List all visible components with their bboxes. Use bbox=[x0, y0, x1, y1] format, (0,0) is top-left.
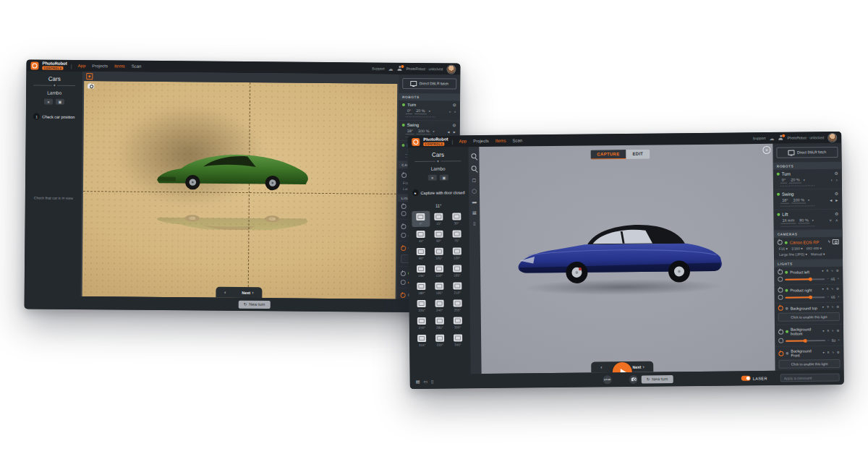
capture-thumbnail[interactable]: 15° bbox=[430, 211, 448, 227]
jog-icon[interactable]: › bbox=[835, 178, 838, 182]
brightness-slider[interactable]: −65+ bbox=[778, 294, 840, 300]
decrease-icon[interactable]: − bbox=[827, 295, 829, 299]
capture-thumbnail[interactable]: 30° bbox=[448, 210, 466, 226]
direct-dslr-fetch-button[interactable]: Direct DSLR fetch bbox=[402, 78, 456, 90]
axis-speed[interactable]: 80 % bbox=[798, 218, 810, 224]
power-icon[interactable] bbox=[401, 172, 407, 177]
capture-thumbnail[interactable]: 345° bbox=[448, 332, 467, 348]
enable-light-button[interactable]: Click to enable this light bbox=[778, 359, 840, 369]
shutter-setting[interactable]: 1/160 ▾ bbox=[791, 247, 803, 250]
avatar[interactable] bbox=[827, 132, 837, 142]
flash-icon[interactable]: ϟ bbox=[832, 330, 834, 333]
capture-thumbnail[interactable]: 255° bbox=[448, 297, 467, 313]
slider-knob[interactable] bbox=[809, 277, 812, 280]
nav-app[interactable]: App bbox=[459, 139, 467, 143]
power-icon[interactable] bbox=[401, 292, 406, 297]
user-notifications-icon[interactable] bbox=[778, 135, 783, 141]
slider-knob[interactable] bbox=[809, 295, 813, 299]
comment-input[interactable] bbox=[780, 373, 840, 382]
chevron-down-icon[interactable]: ▾ bbox=[822, 306, 824, 309]
direct-dslr-fetch-button[interactable]: Direct DSLR fetch bbox=[776, 147, 838, 158]
close-icon[interactable]: × bbox=[762, 146, 770, 154]
power-icon[interactable] bbox=[778, 240, 783, 245]
power-icon[interactable] bbox=[401, 204, 407, 209]
cloud-icon[interactable]: ☁ bbox=[388, 66, 393, 71]
nav-projects[interactable]: Projects bbox=[92, 64, 108, 68]
play-capture-button[interactable] bbox=[613, 362, 632, 374]
capture-thumbnail[interactable]: 240° bbox=[430, 298, 448, 314]
gear-icon[interactable]: ⚙ bbox=[836, 351, 840, 355]
capture-thumbnail[interactable]: 0° bbox=[412, 211, 430, 227]
zoom-out-icon[interactable] bbox=[471, 166, 477, 171]
cloud-icon[interactable]: ☁ bbox=[769, 135, 774, 140]
collection-title[interactable]: Cars bbox=[407, 151, 468, 158]
menu-icon[interactable]: ≡ bbox=[827, 330, 830, 333]
camera-icon[interactable] bbox=[833, 239, 839, 244]
jog-icon[interactable]: ˄ bbox=[835, 218, 839, 223]
axis-value[interactable]: 18° bbox=[780, 198, 789, 204]
power-icon[interactable] bbox=[401, 223, 406, 228]
gear-icon[interactable]: ⚙ bbox=[835, 270, 839, 273]
power-icon[interactable] bbox=[401, 245, 406, 250]
phone-icon[interactable]: ▯ bbox=[431, 380, 433, 384]
power-icon[interactable] bbox=[778, 270, 783, 275]
nav-app[interactable]: App bbox=[78, 64, 86, 68]
camera-overlay-icon[interactable] bbox=[88, 84, 94, 88]
gear-icon[interactable]: ⚙ bbox=[835, 212, 838, 216]
fit-view-icon[interactable]: ▢ bbox=[472, 178, 476, 182]
menu-icon[interactable]: ≡ bbox=[826, 270, 829, 273]
camera-view-icon[interactable]: ▣ bbox=[56, 99, 64, 105]
photorobot-logo-icon[interactable] bbox=[412, 137, 420, 145]
list-view-icon[interactable]: ≡ bbox=[44, 99, 53, 105]
slider-knob[interactable] bbox=[804, 338, 807, 342]
capture-thumbnail[interactable]: 285° bbox=[430, 315, 448, 331]
increase-icon[interactable]: + bbox=[838, 338, 840, 342]
gear-icon[interactable]: ⚙ bbox=[836, 306, 840, 309]
flash-icon[interactable]: ϟ bbox=[831, 306, 833, 309]
quality-setting[interactable]: Large fine (JPG) ▾ bbox=[779, 252, 807, 256]
user-notifications-icon[interactable] bbox=[397, 66, 403, 72]
gear-icon[interactable]: ⚙ bbox=[836, 330, 840, 333]
chevron-down-icon[interactable]: ▾ bbox=[822, 288, 824, 291]
capture-thumbnail[interactable]: 315° bbox=[413, 333, 431, 348]
brightness-slider[interactable]: −50+ bbox=[778, 338, 840, 343]
next-button[interactable]: Next › bbox=[632, 364, 644, 369]
nav-projects[interactable]: Projects bbox=[473, 139, 489, 143]
check-car-position-button[interactable]: 1 Check car position bbox=[26, 113, 82, 120]
chevron-down-icon[interactable]: ▾ bbox=[822, 270, 824, 273]
capture-thumbnail[interactable]: 165° bbox=[448, 262, 466, 278]
axis-speed[interactable]: 20 % bbox=[789, 178, 801, 184]
nav-scan[interactable]: Scan bbox=[512, 138, 522, 142]
camera-name[interactable]: Canon EOS RP bbox=[790, 240, 820, 244]
nav-scan[interactable]: Scan bbox=[132, 64, 142, 69]
zoom-in-icon[interactable] bbox=[471, 153, 477, 159]
chevron-down-icon[interactable]: ▾ bbox=[435, 160, 441, 163]
power-icon[interactable] bbox=[778, 351, 783, 356]
camera-view-icon[interactable]: ▣ bbox=[440, 175, 448, 181]
iso-setting[interactable]: ISO 400 ▾ bbox=[807, 247, 822, 250]
axis-speed[interactable]: 100 % bbox=[417, 129, 431, 135]
gallery-icon[interactable]: ▤ bbox=[416, 380, 420, 384]
capture-thumbnail[interactable]: 90° bbox=[412, 246, 430, 262]
folder-icon[interactable]: ▭ bbox=[423, 380, 427, 384]
gear-icon[interactable]: ⚙ bbox=[452, 124, 456, 128]
new-turn-button[interactable]: ↻ New turn bbox=[642, 375, 673, 383]
capture-thumbnail[interactable]: 210° bbox=[448, 280, 467, 296]
jog-icon[interactable]: ◂ bbox=[447, 130, 451, 134]
collection-title[interactable]: Cars bbox=[26, 75, 82, 82]
prev-arrow-icon[interactable]: ‹ bbox=[224, 290, 226, 295]
axis-value[interactable]: 0° bbox=[406, 108, 412, 114]
capture-thumbnail[interactable]: 270° bbox=[413, 315, 431, 331]
capture-thumbnail[interactable]: 330° bbox=[431, 333, 449, 348]
capture-thumbnail[interactable]: 45° bbox=[412, 228, 430, 244]
axis-value[interactable]: 18° bbox=[406, 129, 414, 134]
support-link[interactable]: Support bbox=[753, 136, 766, 140]
axis-value[interactable]: 0° bbox=[780, 178, 787, 184]
power-icon[interactable] bbox=[778, 306, 783, 311]
capture-thumbnail[interactable]: 75° bbox=[448, 228, 466, 244]
minimize-icon[interactable]: ▬ bbox=[472, 200, 477, 204]
laser-grid-icon[interactable] bbox=[86, 73, 93, 80]
axis-speed[interactable]: 100 % bbox=[791, 198, 806, 204]
focus-setting[interactable]: Manual ▾ bbox=[811, 252, 825, 256]
capture-thumbnail[interactable]: 300° bbox=[448, 314, 467, 330]
